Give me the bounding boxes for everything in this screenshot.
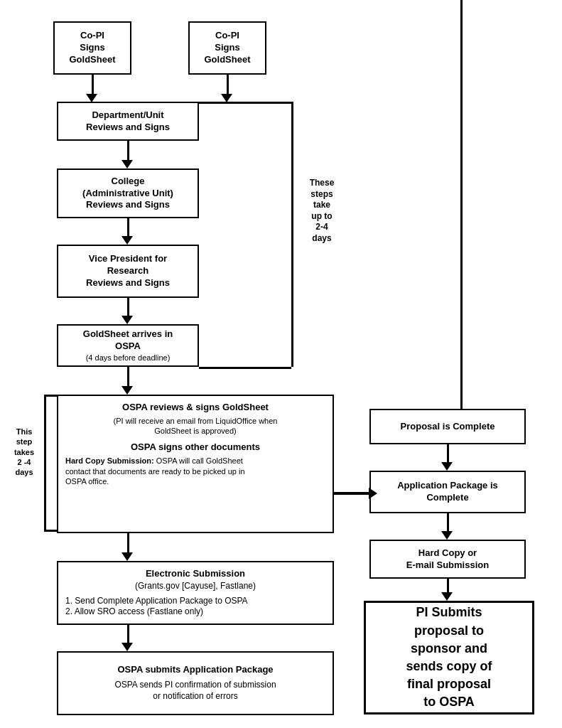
ospa-submits-sub: OSPA sends PI confirmation of submission…: [114, 680, 276, 702]
bracket-bottom-h: [199, 367, 291, 369]
hardcopy-box: Hard Copy orE-mail Submission: [369, 540, 526, 579]
ospa-bold1: OSPA reviews & signs GoldSheet: [65, 402, 325, 414]
app-complete-label: Application Package isComplete: [397, 480, 498, 504]
electronic-bold: Electronic Submission(Grants.gov [Cayuse…: [65, 568, 325, 592]
arrow-ospa-app-h: [334, 492, 371, 495]
arrow-vpr-gold: [127, 298, 129, 318]
arrowhead-dept: [121, 160, 133, 168]
college-box: College(Administrative Unit)Reviews and …: [57, 168, 199, 218]
arrowhead-ospa: [121, 552, 133, 561]
vpr-box: Vice President forResearchReviews and Si…: [57, 245, 199, 298]
ospa-bold2: OSPA signs other documents: [65, 441, 325, 454]
copi2-box: Co-PISignsGoldSheet: [188, 21, 266, 75]
arrow-ospa-electronic: [127, 533, 129, 555]
ospa-submits-bold: OSPA submits Application Package: [117, 664, 273, 676]
pi-submits-box: PI Submitsproposal tosponsor andsends co…: [364, 601, 534, 714]
arrow-copi2-down: [227, 75, 229, 96]
electronic-item1: 1. Send Complete Application Package to …: [65, 596, 248, 607]
proposal-complete-box: Proposal is Complete: [369, 409, 526, 444]
arrow-electronic-ospasubmit: [127, 625, 129, 645]
copi1-label: Co-PISignsGoldSheet: [69, 30, 115, 66]
pi-submits-label: PI Submitsproposal tosponsor andsends co…: [406, 604, 492, 711]
college-label: College(Administrative Unit)Reviews and …: [82, 176, 173, 212]
arrowhead-college: [121, 236, 133, 245]
steps-label: Thesestepstakeup to2-4days: [297, 178, 347, 245]
ospa-sub1: (PI will receive an email from LiquidOff…: [65, 416, 325, 437]
bracket-top-h: [199, 102, 291, 104]
copi1-box: Co-PISignsGoldSheet: [53, 21, 131, 75]
hardcopy-label: Hard Copy orE-mail Submission: [406, 547, 489, 572]
app-complete-box: Application Package isComplete: [369, 471, 526, 513]
arrow-dept-college: [127, 141, 129, 162]
bracket-right-v: [291, 102, 293, 367]
ospa-submits-box: OSPA submits Application Package OSPA se…: [57, 651, 334, 715]
arrowhead-ospa-app: [369, 488, 377, 499]
goldsheet-sub: (4 days before deadline): [86, 353, 171, 363]
this-step-bottom-h: [44, 530, 57, 532]
arrowhead-proposal: [441, 462, 453, 471]
dept-box: Department/UnitReviews and Signs: [57, 102, 199, 141]
ospa-main-box: OSPA reviews & signs GoldSheet (PI will …: [57, 395, 334, 533]
vpr-label: Vice President forResearchReviews and Si…: [86, 253, 170, 289]
copi2-label: Co-PISignsGoldSheet: [204, 30, 250, 66]
dept-label: Department/UnitReviews and Signs: [86, 109, 170, 134]
arrowhead-hardcopy: [441, 592, 453, 601]
arrowhead-gold: [121, 386, 133, 395]
arrowhead-vpr: [121, 316, 133, 324]
arrow-proposal-app: [447, 444, 449, 464]
ospa-sub2: Hard Copy Submission: OSPA will call Gol…: [65, 456, 325, 486]
arrow-gold-ospa: [127, 367, 129, 388]
arrow-app-hardcopy: [447, 513, 449, 533]
this-step-top-h: [44, 395, 57, 397]
goldsheet-label: GoldSheet arrives inOSPA: [83, 328, 173, 353]
goldsheet-box: GoldSheet arrives inOSPA (4 days before …: [57, 324, 199, 367]
arrowhead-app: [441, 531, 453, 540]
proposal-complete-label: Proposal is Complete: [401, 421, 495, 433]
arrowhead-electronic: [121, 643, 133, 651]
this-step-label: Thissteptakes2 -4days: [4, 427, 45, 477]
electronic-item2: 2. Allow SRO access (Fastlane only): [65, 606, 203, 618]
electronic-box: Electronic Submission(Grants.gov [Cayuse…: [57, 561, 334, 625]
arrow-college-vpr: [127, 218, 129, 238]
right-col-v: [460, 0, 463, 409]
arrow-copi1-down: [92, 75, 94, 96]
